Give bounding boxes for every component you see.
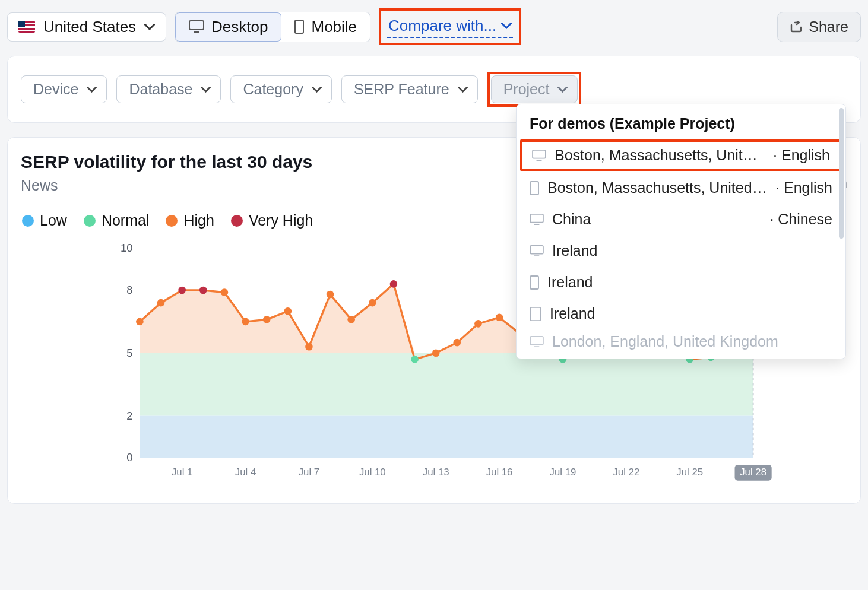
svg-text:Jul 7: Jul 7 — [299, 467, 319, 478]
svg-rect-10 — [530, 276, 538, 289]
device-toggle: Desktop Mobile — [175, 12, 370, 42]
svg-text:10: 10 — [121, 243, 133, 254]
device-mobile-tab[interactable]: Mobile — [281, 12, 370, 42]
desktop-icon — [532, 150, 546, 161]
svg-point-24 — [157, 299, 165, 307]
dot-icon — [231, 215, 243, 227]
dot-icon — [22, 215, 34, 227]
compare-with-link[interactable]: Compare with... — [387, 13, 513, 38]
svg-text:2: 2 — [126, 410, 132, 422]
tablet-icon — [530, 307, 541, 321]
svg-point-40 — [496, 314, 503, 322]
svg-rect-1 — [194, 31, 199, 33]
project-dropdown-header: For demos (Example Project) — [517, 104, 845, 138]
us-flag-icon — [18, 21, 35, 33]
compare-label: Compare with... — [388, 17, 496, 35]
project-dropdown-cutoff-item[interactable]: London, England, United Kingdom — [517, 329, 845, 359]
svg-rect-8 — [530, 245, 543, 253]
desktop-icon — [530, 245, 544, 257]
svg-point-27 — [221, 288, 229, 296]
chart-subtitle: News — [21, 177, 312, 194]
project-dropdown-item[interactable]: Ireland — [517, 267, 845, 298]
desktop-icon — [530, 214, 544, 226]
project-dropdown-panel: For demos (Example Project) Boston, Mass… — [516, 104, 846, 359]
svg-text:Jul 25: Jul 25 — [676, 467, 703, 478]
desktop-icon — [530, 336, 544, 348]
svg-point-23 — [136, 318, 144, 326]
svg-rect-0 — [189, 21, 204, 30]
svg-text:Jul 22: Jul 22 — [613, 467, 639, 478]
project-item-location: Ireland — [552, 242, 832, 259]
project-item-language: · Chinese — [769, 211, 832, 228]
svg-rect-7 — [534, 224, 539, 225]
svg-rect-9 — [534, 255, 539, 256]
desktop-icon — [189, 20, 204, 33]
mobile-icon — [294, 20, 304, 34]
chart-title: SERP volatility for the last 30 days — [21, 152, 312, 172]
share-button[interactable]: Share — [777, 12, 861, 42]
svg-point-28 — [242, 318, 249, 326]
dot-icon — [84, 215, 96, 227]
svg-point-30 — [284, 307, 292, 315]
chevron-down-icon — [458, 87, 468, 93]
chevron-down-icon — [201, 87, 211, 93]
compare-highlight-box: Compare with... — [379, 8, 521, 45]
svg-rect-12 — [530, 336, 543, 344]
filter-serp-feature[interactable]: SERP Feature — [341, 75, 478, 103]
svg-point-25 — [178, 287, 186, 294]
country-select[interactable]: United States — [7, 12, 166, 42]
chevron-down-icon — [557, 87, 568, 93]
svg-rect-15 — [140, 353, 753, 416]
dot-icon — [166, 215, 178, 227]
svg-text:Jul 28: Jul 28 — [740, 467, 766, 478]
svg-text:Jul 19: Jul 19 — [550, 467, 576, 478]
svg-rect-5 — [530, 182, 538, 195]
project-dropdown-item[interactable]: China · Chinese — [517, 204, 845, 235]
svg-point-39 — [474, 320, 482, 328]
svg-rect-2 — [295, 20, 303, 33]
svg-rect-13 — [534, 346, 539, 347]
svg-point-38 — [454, 339, 461, 347]
project-item-location: Boston, Massachusetts, United S… — [547, 179, 767, 196]
project-dropdown-item[interactable]: Ireland — [517, 298, 845, 329]
filter-project[interactable]: Project — [491, 75, 578, 103]
mobile-icon — [530, 275, 539, 290]
svg-text:8: 8 — [126, 284, 132, 296]
chevron-down-icon — [312, 87, 322, 93]
svg-rect-11 — [531, 307, 541, 320]
svg-rect-3 — [533, 150, 546, 158]
svg-text:0: 0 — [126, 451, 132, 464]
project-item-highlight-box: Boston, Massachusetts, United S… · Engli… — [520, 139, 842, 171]
legend-low[interactable]: Low — [22, 212, 67, 229]
legend-normal[interactable]: Normal — [84, 212, 150, 229]
svg-point-34 — [369, 299, 376, 307]
project-dropdown-item[interactable]: Ireland — [517, 235, 845, 267]
svg-point-37 — [432, 350, 440, 357]
device-desktop-label: Desktop — [211, 18, 268, 36]
svg-text:Jul 1: Jul 1 — [172, 467, 192, 478]
svg-rect-6 — [530, 214, 543, 222]
mobile-icon — [530, 181, 539, 195]
filter-device[interactable]: Device — [21, 75, 107, 103]
legend-very-high[interactable]: Very High — [231, 212, 313, 229]
project-item-location: China — [552, 211, 761, 228]
svg-point-29 — [263, 316, 271, 323]
project-highlight-box: Project — [487, 72, 582, 107]
filter-category[interactable]: Category — [230, 75, 331, 103]
legend-high[interactable]: High — [166, 212, 214, 229]
filter-database[interactable]: Database — [116, 75, 221, 103]
share-label: Share — [809, 18, 848, 36]
country-label: United States — [43, 18, 136, 36]
share-icon — [790, 21, 803, 33]
device-desktop-tab[interactable]: Desktop — [175, 12, 281, 42]
svg-text:Jul 13: Jul 13 — [423, 467, 449, 478]
chevron-down-icon — [87, 87, 97, 93]
svg-rect-4 — [536, 160, 541, 161]
project-dropdown-item[interactable]: Boston, Massachusetts, United S… · Engli… — [517, 172, 845, 204]
chevron-down-icon — [144, 24, 155, 30]
svg-text:Jul 16: Jul 16 — [486, 467, 513, 478]
project-dropdown-item[interactable]: Boston, Massachusetts, United S… · Engli… — [522, 142, 840, 169]
project-item-location: Boston, Massachusetts, United S… — [555, 147, 765, 164]
svg-point-35 — [390, 280, 398, 288]
svg-text:Jul 4: Jul 4 — [235, 467, 256, 478]
